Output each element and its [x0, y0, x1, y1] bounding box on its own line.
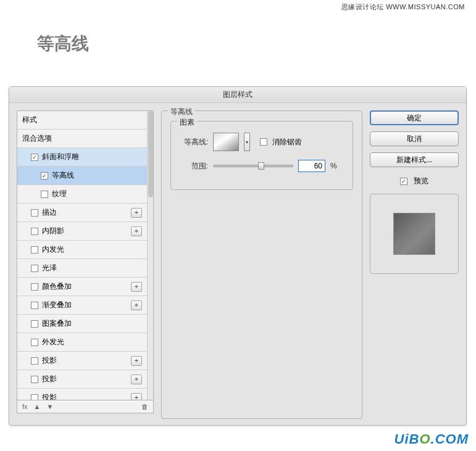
checkbox-icon[interactable] [31, 394, 38, 401]
plus-icon[interactable]: + [131, 300, 142, 310]
cancel-button[interactable]: 取消 [370, 131, 459, 146]
new-style-button[interactable]: 新建样式... [370, 152, 459, 167]
contour-group: 等高线 图素 等高线: 消除锯齿 范围: % [161, 110, 362, 419]
styles-list: 样式 混合选项 斜面和浮雕 等高线 纹理 描边+ 内阴影+ 内发光 光泽 颜色叠… [17, 110, 154, 400]
checkbox-icon[interactable] [31, 320, 38, 328]
checkbox-icon[interactable] [31, 265, 38, 272]
preview-checkbox[interactable] [400, 178, 407, 185]
range-slider[interactable] [213, 165, 293, 167]
slider-thumb[interactable] [258, 162, 264, 170]
style-inner-shadow[interactable]: 内阴影+ [17, 222, 147, 241]
checkbox-icon[interactable] [31, 283, 38, 291]
checkbox-icon[interactable] [31, 339, 38, 346]
watermark-bottom: UiBO.COM [395, 431, 469, 447]
plus-icon[interactable]: + [131, 208, 142, 218]
plus-icon[interactable]: + [131, 374, 142, 384]
dialog-title: 图层样式 [9, 87, 466, 103]
dialog-body: 样式 混合选项 斜面和浮雕 等高线 纹理 描边+ 内阴影+ 内发光 光泽 颜色叠… [9, 103, 466, 425]
checkbox-icon[interactable] [31, 209, 38, 217]
style-gradient-overlay[interactable]: 渐变叠加+ [17, 296, 147, 315]
contour-group-title: 等高线 [168, 107, 195, 117]
style-bevel-emboss[interactable]: 斜面和浮雕 [17, 148, 147, 167]
contour-swatch[interactable] [213, 133, 239, 151]
checkbox-icon[interactable] [31, 154, 38, 161]
center-column: 等高线 图素 等高线: 消除锯齿 范围: % [161, 110, 362, 418]
preview-swatch [393, 213, 435, 255]
style-drop-shadow[interactable]: 投影+ [17, 370, 147, 389]
page-title: 等高线 [37, 32, 89, 56]
styles-column: 样式 混合选项 斜面和浮雕 等高线 纹理 描边+ 内阴影+ 内发光 光泽 颜色叠… [17, 110, 154, 418]
preview-label: 预览 [414, 176, 428, 186]
watermark-top: 思缘设计论坛 WWW.MISSYUAN.COM [341, 2, 465, 12]
checkbox-icon[interactable] [31, 302, 38, 309]
range-row: 范围: % [180, 160, 344, 172]
style-satin[interactable]: 光泽 [17, 259, 147, 278]
style-contour[interactable]: 等高线 [17, 167, 147, 185]
checkbox-icon[interactable] [31, 246, 38, 254]
checkbox-icon[interactable] [41, 172, 48, 180]
arrow-up-icon[interactable]: ▲ [34, 403, 41, 410]
style-pattern-overlay[interactable]: 图案叠加 [17, 315, 147, 333]
trash-icon[interactable]: 🗑 [141, 403, 148, 410]
style-stroke[interactable]: 描边+ [17, 204, 147, 222]
preview-panel [370, 194, 459, 274]
range-input[interactable] [298, 160, 325, 172]
blend-options[interactable]: 混合选项 [17, 130, 147, 148]
plus-icon[interactable]: + [131, 282, 142, 292]
scrollbar-thumb[interactable] [148, 111, 153, 197]
elements-title: 图素 [177, 117, 197, 128]
contour-label: 等高线: [180, 137, 208, 147]
styles-footer: fx ▲ ▼ 🗑 [17, 400, 154, 413]
style-drop-shadow[interactable]: 投影+ [17, 389, 147, 400]
styles-header[interactable]: 样式 [17, 111, 147, 130]
arrow-down-icon[interactable]: ▼ [46, 403, 53, 410]
contour-row: 等高线: 消除锯齿 [180, 133, 344, 151]
plus-icon[interactable]: + [131, 356, 142, 366]
style-outer-glow[interactable]: 外发光 [17, 333, 147, 352]
style-drop-shadow[interactable]: 投影+ [17, 352, 147, 370]
checkbox-icon[interactable] [41, 191, 48, 198]
checkbox-icon[interactable] [31, 376, 38, 383]
fx-icon[interactable]: fx [22, 403, 28, 410]
antialias-label: 消除锯齿 [272, 137, 302, 147]
style-texture[interactable]: 纹理 [17, 185, 147, 204]
checkbox-icon[interactable] [31, 357, 38, 365]
style-inner-glow[interactable]: 内发光 [17, 241, 147, 259]
plus-icon[interactable]: + [131, 393, 142, 401]
range-label: 范围: [180, 161, 208, 172]
ok-button[interactable]: 确定 [370, 110, 459, 125]
elements-group: 图素 等高线: 消除锯齿 范围: % [170, 121, 353, 190]
antialias-checkbox[interactable] [260, 138, 267, 146]
right-column: 确定 取消 新建样式... 预览 [370, 110, 459, 418]
preview-row: 预览 [370, 176, 459, 186]
checkbox-icon[interactable] [31, 228, 38, 235]
scrollbar[interactable] [147, 111, 153, 400]
percent-label: % [330, 162, 337, 170]
layer-style-dialog: 图层样式 样式 混合选项 斜面和浮雕 等高线 纹理 描边+ 内阴影+ 内发光 光… [9, 86, 467, 426]
plus-icon[interactable]: + [131, 226, 142, 236]
contour-dropdown-icon[interactable] [244, 133, 250, 151]
style-color-overlay[interactable]: 颜色叠加+ [17, 278, 147, 296]
